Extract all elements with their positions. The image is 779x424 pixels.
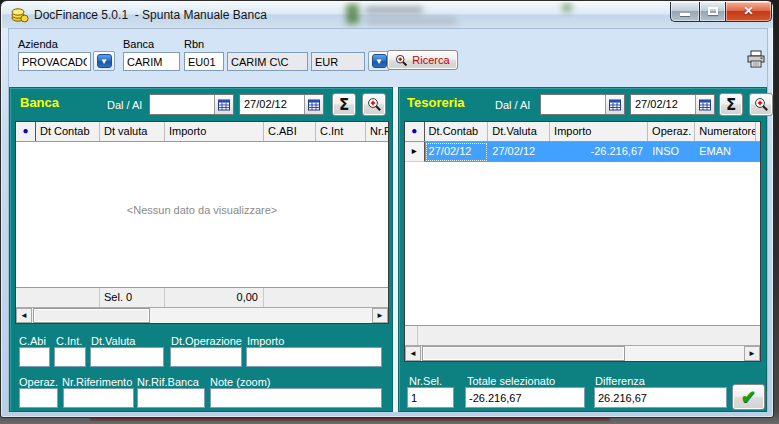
cell-extra[interactable]: 2 xyxy=(756,142,760,162)
check-icon: ✔ xyxy=(741,386,756,408)
tesoreria-dal-al-label: Dal / Al xyxy=(495,99,530,111)
column-header[interactable]: Importo xyxy=(550,122,648,141)
importo-input[interactable] xyxy=(246,347,382,367)
calendar-icon[interactable] xyxy=(214,95,233,114)
scrollbar-thumb[interactable] xyxy=(422,346,625,361)
azienda-input[interactable] xyxy=(18,52,91,71)
calendar-icon[interactable] xyxy=(695,95,714,114)
desktop-text-glass-blob xyxy=(365,7,423,13)
column-header[interactable]: Importo xyxy=(165,122,264,141)
tesoreria-panel: Tesoreria Dal / Al 27/02/12 Σ ● Dt.Conta… xyxy=(398,87,767,412)
importo-label: Importo xyxy=(247,335,284,347)
banca-date-from-value[interactable] xyxy=(150,95,214,114)
banca-grid-footer: Sel. 0 0,00 xyxy=(16,287,388,307)
tesoreria-zoom-button[interactable] xyxy=(749,93,773,116)
tesoreria-date-to-field[interactable]: 27/02/12 xyxy=(630,94,715,115)
close-button[interactable]: ✕ xyxy=(725,2,772,22)
banca-grid-header: ● Dt Contab Dt valuta Importo C.ABI C.In… xyxy=(16,122,388,142)
nrrifbanca-label: Nr.Rif.Banca xyxy=(137,376,199,388)
print-icon[interactable] xyxy=(746,50,766,69)
totale-selezionato-label: Totale selezionato xyxy=(467,375,555,387)
note-input[interactable] xyxy=(210,388,382,408)
desktop-icon-glass-blob xyxy=(346,4,359,24)
nr-sel-field[interactable] xyxy=(407,387,454,408)
tesoreria-grid: ● Dt.Contab Dt.Valuta Importo Operaz. Nu… xyxy=(404,121,761,362)
banca-panel: Banca Dal / Al 27/02/12 Σ ● Dt Contab xyxy=(9,87,393,412)
title-bar[interactable]: DocFinance 5.0.1 - Spunta Manuale Banca xyxy=(2,2,773,28)
maximize-icon xyxy=(708,7,718,15)
column-header[interactable]: Nr.R xyxy=(366,122,388,141)
scroll-left-icon[interactable]: ◄ xyxy=(16,308,32,323)
empty-grid-message: <Nessun dato da visualizzare> xyxy=(16,204,388,216)
azienda-dropdown-button[interactable]: ▼ xyxy=(93,51,115,71)
nrrifbanca-input[interactable] xyxy=(137,388,205,408)
scroll-right-icon[interactable]: ► xyxy=(744,346,760,361)
cell-dt-contab[interactable]: 27/02/12 xyxy=(425,142,489,162)
maximize-button[interactable] xyxy=(699,2,725,22)
window-controls: ✕ xyxy=(670,2,772,22)
row-arrow-icon: ▸ xyxy=(405,142,425,162)
dtoperazione-label: Dt.Operazione xyxy=(171,335,242,347)
column-header[interactable]: C.ABI xyxy=(264,122,316,141)
cell-dt-valuta[interactable]: 27/02/12 xyxy=(488,142,550,162)
nrriferimento-input[interactable] xyxy=(63,388,134,408)
table-row-selected[interactable]: ▸ 27/02/12 27/02/12 -26.216,67 INSO EMAN… xyxy=(405,142,760,162)
dtoperazione-input[interactable] xyxy=(170,347,242,367)
column-header[interactable]: Dt.Contab xyxy=(425,122,489,141)
dtvaluta-input[interactable] xyxy=(90,347,164,367)
column-header[interactable]: Numeratore xyxy=(695,122,756,141)
window-title: DocFinance 5.0.1 - Spunta Manuale Banca xyxy=(34,8,267,22)
calendar-icon[interactable] xyxy=(304,95,323,114)
cabi-input[interactable] xyxy=(19,347,50,367)
column-header[interactable]: Dt Contab xyxy=(36,122,100,141)
calendar-icon[interactable] xyxy=(605,95,624,114)
totale-selezionato-field[interactable] xyxy=(465,387,585,408)
tesoreria-grid-body[interactable] xyxy=(405,162,760,325)
confirm-button[interactable]: ✔ xyxy=(732,384,765,410)
banca-date-to-field[interactable]: 27/02/12 xyxy=(239,94,324,115)
column-header[interactable]: C.Int xyxy=(316,122,366,141)
banca-horizontal-scrollbar[interactable]: ◄ ► xyxy=(16,307,388,323)
column-header[interactable]: Dt.Valuta xyxy=(488,122,550,141)
zoom-plus-icon xyxy=(367,97,382,112)
column-header[interactable]: N xyxy=(756,122,760,141)
tesoreria-date-to-value[interactable]: 27/02/12 xyxy=(631,95,695,114)
banca-grid-body[interactable]: <Nessun dato da visualizzare> xyxy=(16,142,388,287)
scroll-right-icon[interactable]: ► xyxy=(372,308,388,323)
banca-zoom-button[interactable] xyxy=(362,93,386,116)
column-header[interactable]: Dt valuta xyxy=(100,122,165,141)
ricerca-button[interactable]: Ricerca xyxy=(387,50,458,70)
tesoreria-panel-title: Tesoreria xyxy=(407,95,465,110)
chevron-down-icon: ▼ xyxy=(97,54,112,68)
banca-sum-button[interactable]: Σ xyxy=(332,93,356,116)
cint-input[interactable] xyxy=(54,347,86,367)
rbn-label: Rbn xyxy=(184,38,204,50)
tesoreria-date-from-value[interactable] xyxy=(541,95,605,114)
scrollbar-thumb[interactable] xyxy=(33,308,150,323)
valuta-field xyxy=(311,52,365,71)
cell-numeratore[interactable]: EMAN xyxy=(695,142,756,162)
banca-panel-title: Banca xyxy=(20,95,59,110)
cell-operaz[interactable]: INSO xyxy=(648,142,695,162)
operaz-input[interactable] xyxy=(19,388,58,408)
banca-input[interactable] xyxy=(123,52,180,71)
operaz-label: Operaz. xyxy=(19,376,58,388)
coins-app-icon xyxy=(11,7,29,23)
tesoreria-date-from-field[interactable] xyxy=(540,94,625,115)
tesoreria-horizontal-scrollbar[interactable]: ◄ ► xyxy=(405,345,760,361)
minimize-icon xyxy=(680,13,690,16)
banca-date-from-field[interactable] xyxy=(149,94,234,115)
record-dot-icon: ● xyxy=(16,122,36,141)
rbn-input[interactable] xyxy=(184,52,224,71)
app-window: DocFinance 5.0.1 - Spunta Manuale Banca … xyxy=(0,0,774,418)
banca-date-to-value[interactable]: 27/02/12 xyxy=(240,95,304,114)
close-icon: ✕ xyxy=(726,4,771,18)
scroll-left-icon[interactable]: ◄ xyxy=(405,346,421,361)
minimize-button[interactable] xyxy=(670,2,699,22)
column-header[interactable]: Operaz. xyxy=(648,122,695,141)
search-plus-icon xyxy=(395,54,408,67)
differenza-label: Differenza xyxy=(595,375,645,387)
tesoreria-sum-button[interactable]: Σ xyxy=(719,93,743,116)
cell-importo[interactable]: -26.216,67 xyxy=(550,142,648,162)
differenza-field[interactable] xyxy=(594,387,727,408)
